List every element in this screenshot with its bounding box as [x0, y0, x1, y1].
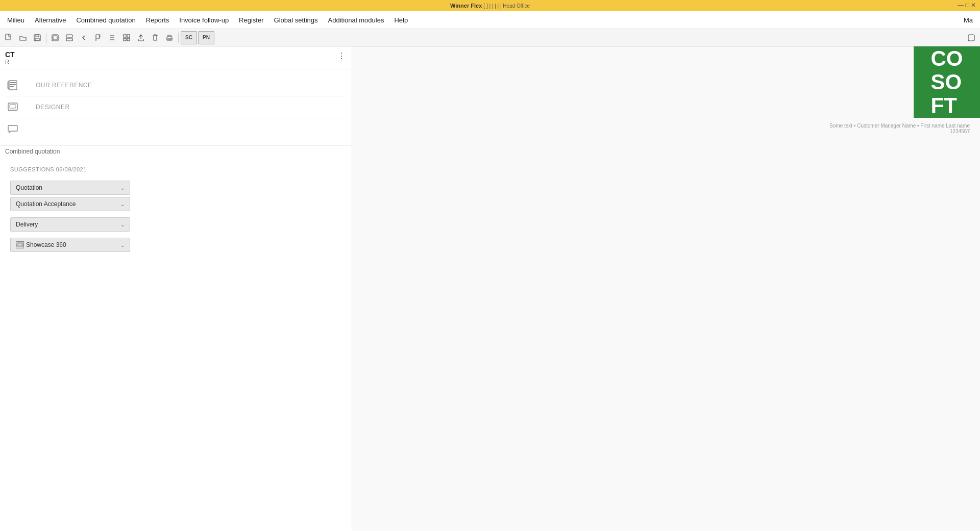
left-panel: CT R ⋮ OUR REFERENCE DESIGNER: [0, 46, 352, 531]
menu-milieu[interactable]: Milieu: [2, 14, 30, 26]
toolbar-open[interactable]: [16, 31, 30, 44]
svg-rect-14: [127, 38, 130, 41]
svg-rect-11: [124, 35, 126, 37]
ct-title: CT: [5, 50, 333, 59]
right-panel: CO SO FT Some text • Customer Manager Na…: [352, 46, 980, 531]
combined-quotation-label: Combined quotation: [0, 145, 352, 157]
svg-rect-6: [66, 35, 72, 37]
quotation-acceptance-label: Quotation Acceptance: [16, 200, 76, 208]
main-content: CT R ⋮ OUR REFERENCE DESIGNER: [0, 46, 980, 531]
form-area: OUR REFERENCE DESIGNER: [0, 69, 352, 145]
suggestions-header: SUGGESTIONS 06/09/2021: [10, 166, 341, 172]
quotation-acceptance-chevron: ⌄: [120, 201, 125, 207]
toolbar-pn[interactable]: PN: [198, 31, 214, 44]
dropdown-row-acceptance: Quotation Acceptance ⌄: [10, 197, 341, 211]
ct-header: CT R ⋮: [0, 46, 352, 69]
svg-rect-27: [18, 244, 22, 246]
menu-global-settings[interactable]: Global settings: [269, 14, 323, 26]
window-controls[interactable]: — □ ✕: [958, 2, 976, 9]
menu-additional-modules[interactable]: Additional modules: [323, 14, 389, 26]
showcase-chevron: ⌄: [120, 242, 125, 248]
title-details: [ ] | | | | | Head Office: [483, 3, 530, 9]
quotation-acceptance-dropdown[interactable]: Quotation Acceptance ⌄: [10, 197, 130, 211]
app-title: Winner Flex: [450, 3, 482, 9]
toolbar-save[interactable]: [31, 31, 44, 44]
toolbar-trash[interactable]: [149, 31, 162, 44]
combined-quotation-text: Combined quotation: [5, 148, 60, 155]
quotation-dropdown[interactable]: Quotation ⌄: [10, 181, 130, 195]
menu-invoice-follow-up[interactable]: Invoice follow-up: [174, 14, 234, 26]
reference-icon: [5, 78, 20, 93]
menu-alternative[interactable]: Alternative: [30, 14, 71, 26]
menu-reports[interactable]: Reports: [141, 14, 175, 26]
form-row-reference: OUR REFERENCE: [0, 74, 352, 96]
toolbar-sc[interactable]: SC: [181, 31, 197, 44]
toolbar: SC PN: [0, 29, 980, 46]
toolbar-btn-a[interactable]: [48, 31, 62, 44]
quotation-chevron: ⌄: [120, 185, 125, 191]
quotation-label: Quotation: [16, 184, 42, 191]
svg-rect-21: [10, 86, 14, 87]
designer-icon: [5, 99, 20, 115]
toolbar-back[interactable]: [77, 31, 90, 44]
message-icon: [5, 121, 20, 137]
suggestions-area: SUGGESTIONS 06/09/2021 Quotation ⌄ Quota…: [0, 161, 352, 259]
toolbar-btn-b[interactable]: [63, 31, 76, 44]
address-area: Some text • Customer Manager Name • Firs…: [829, 123, 970, 134]
delivery-label: Delivery: [16, 221, 38, 228]
toolbar-close-small[interactable]: [965, 31, 978, 44]
dropdown-row-quotation: Quotation ⌄: [10, 181, 341, 195]
svg-rect-12: [127, 35, 130, 37]
svg-rect-25: [10, 105, 16, 108]
svg-rect-16: [168, 38, 171, 40]
svg-rect-20: [10, 84, 16, 85]
toolbar-sep-2: [178, 33, 179, 43]
menu-ma[interactable]: Ma: [959, 14, 978, 26]
menu-help[interactable]: Help: [389, 14, 413, 26]
form-divider-3: [5, 140, 347, 140]
delivery-dropdown[interactable]: Delivery ⌄: [10, 217, 130, 232]
svg-rect-0: [6, 34, 10, 40]
toolbar-export[interactable]: [134, 31, 148, 44]
svg-rect-3: [35, 38, 39, 40]
svg-rect-7: [66, 38, 72, 41]
ct-sub: R: [5, 59, 333, 65]
form-row-designer: DESIGNER: [0, 96, 352, 118]
svg-rect-13: [124, 38, 126, 41]
toolbar-sep-1: [46, 33, 46, 43]
toolbar-new[interactable]: [2, 31, 15, 44]
menu-register[interactable]: Register: [234, 14, 268, 26]
logo-text: CO SO FT: [927, 46, 967, 118]
dropdown-row-showcase: Showcase 360 ⌄: [10, 238, 341, 252]
three-dot-menu[interactable]: ⋮: [335, 49, 348, 62]
svg-rect-17: [968, 35, 974, 41]
delivery-chevron: ⌄: [120, 222, 125, 227]
svg-rect-19: [10, 82, 16, 83]
toolbar-print[interactable]: [163, 31, 176, 44]
toolbar-grid[interactable]: [120, 31, 133, 44]
designer-label: DESIGNER: [36, 104, 70, 111]
reference-label: OUR REFERENCE: [36, 82, 92, 89]
menu-bar: Milieu Alternative Combined quotation Re…: [0, 11, 980, 29]
dropdown-row-delivery: Delivery ⌄: [10, 217, 341, 232]
showcase-icon-left: [16, 241, 24, 248]
title-bar: Winner Flex [ ] | | | | | Head Office — …: [0, 0, 980, 11]
toolbar-list[interactable]: [106, 31, 119, 44]
menu-combined-quotation[interactable]: Combined quotation: [71, 14, 140, 26]
address-line2: 1234567: [829, 129, 970, 134]
showcase-dropdown[interactable]: Showcase 360 ⌄: [10, 238, 130, 252]
toolbar-flag[interactable]: [91, 31, 105, 44]
svg-rect-5: [53, 36, 57, 40]
address-line1: Some text • Customer Manager Name • Firs…: [829, 123, 970, 129]
form-row-message: [0, 118, 352, 140]
showcase-label: Showcase 360: [26, 241, 66, 248]
logo-block: CO SO FT: [914, 46, 980, 118]
